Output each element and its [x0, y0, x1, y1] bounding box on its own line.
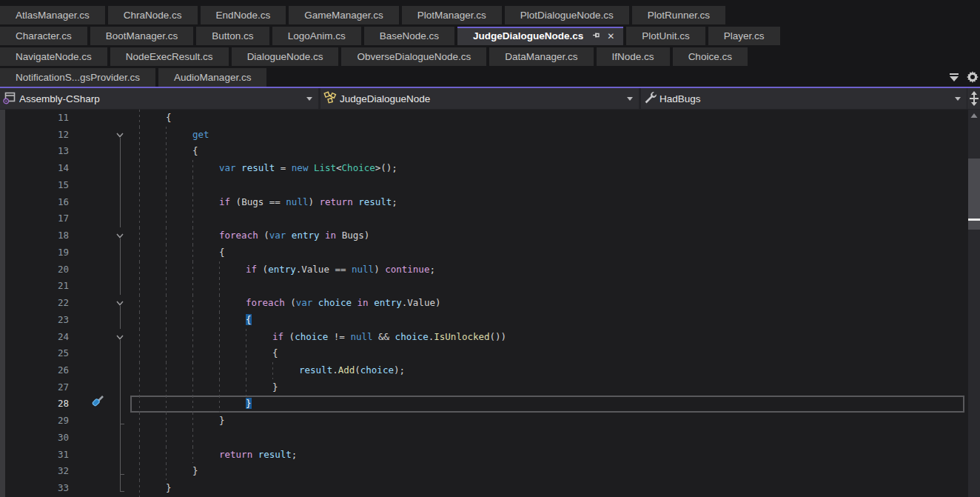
code-line-23[interactable]: 23{	[0, 312, 968, 329]
tab-gamemanager-cs[interactable]: GameManager.cs	[289, 6, 399, 24]
code-line-28[interactable]: 28}	[0, 396, 968, 413]
code-line-20[interactable]: 20if (entry.Value == null) continue;	[0, 261, 968, 278]
code-line-17[interactable]: 17	[0, 210, 968, 227]
code-line-19[interactable]: 19{	[0, 244, 968, 261]
indent-guide	[139, 127, 140, 144]
code-line-11[interactable]: 11{	[0, 110, 968, 127]
code-line-27[interactable]: 27}	[0, 379, 968, 396]
settings-gear-icon[interactable]	[967, 71, 979, 86]
tab-atlasmanager-cs[interactable]: AtlasManager.cs	[0, 6, 105, 24]
fold-chevron-icon[interactable]	[113, 295, 127, 312]
scroll-up-icon[interactable]	[968, 113, 980, 119]
tab-label: PlotDialogueNode.cs	[520, 10, 614, 21]
indent-guide	[139, 160, 140, 177]
code-line-22[interactable]: 22foreach (var choice in entry.Value)	[0, 295, 968, 312]
tab-ifnode-cs[interactable]: IfNode.cs	[597, 47, 670, 66]
code-line-30[interactable]: 30	[0, 430, 968, 447]
tab-endnode-cs[interactable]: EndNode.cs	[201, 6, 286, 24]
indent-guide	[192, 177, 193, 194]
tab-label: PlotUnit.cs	[642, 30, 690, 41]
code-line-32[interactable]: 32}	[0, 463, 968, 480]
indent-guide	[166, 413, 167, 430]
code-content	[127, 210, 968, 227]
fold-chevron-icon[interactable]	[113, 227, 127, 244]
tab-plotrunner-cs[interactable]: PlotRunner.cs	[632, 6, 725, 24]
code-line-26[interactable]: 26result.Add(choice);	[0, 362, 968, 379]
indent-guide	[166, 244, 167, 261]
indent-guide	[166, 447, 167, 464]
line-number: 32	[0, 463, 70, 480]
caret-position-marker	[968, 219, 980, 221]
tab-label: EndNode.cs	[216, 10, 271, 21]
code-editor[interactable]: 11{12get13{14var result = new List<Choic…	[0, 110, 968, 497]
tab-basenode-cs[interactable]: BaseNode.cs	[364, 27, 454, 45]
tab-logoanim-cs[interactable]: LogoAnim.cs	[272, 27, 361, 45]
tab-datamanager-cs[interactable]: DataManager.cs	[489, 47, 593, 66]
indent-guide	[192, 295, 193, 312]
indent-guide	[166, 430, 167, 447]
tab-bootmanager-cs[interactable]: BootManager.cs	[90, 27, 194, 45]
code-line-25[interactable]: 25{	[0, 345, 968, 362]
tab-plotdialoguenode-cs[interactable]: PlotDialogueNode.cs	[505, 6, 629, 24]
code-content: return result;	[127, 447, 968, 464]
indent-guide	[246, 362, 246, 379]
tab-label: AudioManager.cs	[174, 72, 251, 83]
line-number: 21	[0, 278, 70, 295]
indent-guide	[219, 295, 220, 312]
close-icon[interactable]: ✕	[607, 32, 614, 41]
tab-label: DialogueNode.cs	[247, 51, 323, 62]
type-dropdown[interactable]: JudgeDialogueNode	[320, 88, 639, 109]
tab-dialoguenode-cs[interactable]: DialogueNode.cs	[232, 47, 339, 66]
tab-label: Choice.cs	[688, 51, 732, 62]
glyph-margin	[70, 194, 113, 211]
fold-chevron-icon[interactable]	[113, 127, 127, 144]
code-line-16[interactable]: 16if (Bugs == null) return result;	[0, 194, 968, 211]
tab-row-4: NotificationS...gsProvider.cs AudioManag…	[0, 68, 980, 87]
code-line-33[interactable]: 33}	[0, 480, 968, 497]
line-number: 25	[0, 345, 70, 362]
fold-chevron-icon[interactable]	[113, 329, 127, 346]
indent-guide	[166, 227, 167, 244]
editor-split-handle[interactable]	[967, 88, 980, 109]
tab-character-cs[interactable]: Character.cs	[0, 27, 87, 45]
tab-button-cs[interactable]: Button.cs	[196, 27, 269, 45]
code-line-24[interactable]: 24if (choice != null && choice.IsUnlocke…	[0, 329, 968, 346]
breakpoint-margin[interactable]	[0, 110, 5, 497]
tab-nodeexecresult-cs[interactable]: NodeExecResult.cs	[110, 47, 229, 66]
tab-label: GameManager.cs	[304, 10, 383, 21]
tab-player-cs[interactable]: Player.cs	[708, 27, 780, 45]
tab-plotunit-cs[interactable]: PlotUnit.cs	[626, 27, 705, 45]
code-line-31[interactable]: 31return result;	[0, 447, 968, 464]
tab-obversedialoguenode-cs[interactable]: ObverseDialogueNode.cs	[341, 47, 486, 66]
code-content: }	[127, 413, 968, 430]
tab-list-icon[interactable]	[949, 72, 959, 85]
tab-judgedialoguenode-cs[interactable]: JudgeDialogueNode.cs ✕	[457, 27, 623, 45]
pin-icon[interactable]	[592, 32, 600, 40]
code-line-14[interactable]: 14var result = new List<Choice>();	[0, 160, 968, 177]
code-line-15[interactable]: 15	[0, 177, 968, 194]
code-line-13[interactable]: 13{	[0, 143, 968, 160]
tab-label: Button.cs	[212, 30, 253, 41]
line-number: 12	[0, 127, 70, 144]
tab-audiomanager-cs[interactable]: AudioManager.cs	[158, 68, 266, 87]
tab-choice-cs[interactable]: Choice.cs	[673, 47, 748, 66]
code-line-18[interactable]: 18foreach (var entry in Bugs)	[0, 227, 968, 244]
screwdriver-icon[interactable]	[91, 394, 105, 414]
vertical-scrollbar[interactable]	[968, 110, 980, 497]
indent-guide	[192, 194, 193, 211]
code-line-29[interactable]: 29}	[0, 413, 968, 430]
line-number: 15	[0, 177, 70, 194]
outlining-margin	[113, 480, 127, 497]
member-dropdown[interactable]: HadBugs	[641, 88, 967, 109]
code-line-12[interactable]: 12get	[0, 127, 968, 144]
project-dropdown[interactable]: Assembly-CSharp	[0, 88, 318, 109]
outlining-margin	[113, 210, 127, 227]
tab-navigatenode-cs[interactable]: NavigateNode.cs	[0, 47, 107, 66]
tab-chranode-cs[interactable]: ChraNode.cs	[108, 6, 198, 24]
code-line-21[interactable]: 21	[0, 278, 968, 295]
tab-notifications-gsprovider-cs[interactable]: NotificationS...gsProvider.cs	[0, 68, 155, 87]
tab-plotmanager-cs[interactable]: PlotManager.cs	[402, 6, 502, 24]
outlining-margin	[113, 413, 127, 430]
line-number: 19	[0, 244, 70, 261]
indent-guide	[192, 312, 193, 329]
